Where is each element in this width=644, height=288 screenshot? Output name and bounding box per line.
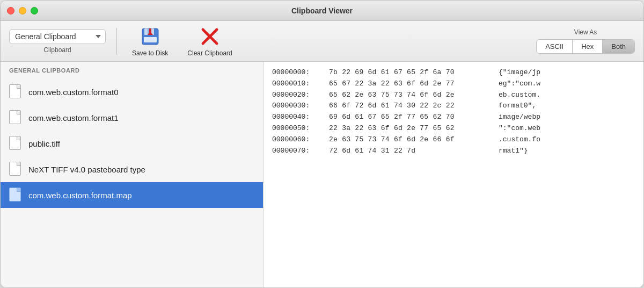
hex-address: 00000040: bbox=[272, 112, 320, 123]
sidebar: General Clipboard com.web.custom.format0… bbox=[1, 62, 264, 287]
main-content: General Clipboard com.web.custom.format0… bbox=[1, 62, 643, 287]
hex-address: 00000020: bbox=[272, 90, 320, 101]
hex-ascii: rmat1"} bbox=[499, 146, 528, 157]
titlebar: Clipboard Viewer bbox=[1, 1, 643, 21]
hex-row: 00000050:22 3a 22 63 6f 6d 2e 77 65 62":… bbox=[272, 123, 635, 134]
hex-row: 00000020:65 62 2e 63 75 73 74 6f 6d 2eeb… bbox=[272, 90, 635, 101]
clear-clipboard-label: Clear Clipboard bbox=[187, 49, 232, 57]
hex-viewer: 00000000:7b 22 69 6d 61 67 65 2f 6a 70{"… bbox=[264, 62, 643, 287]
hex-ascii: eg":"com.w bbox=[499, 78, 540, 90]
sidebar-header: General Clipboard bbox=[1, 62, 263, 77]
hex-address: 00000070: bbox=[272, 146, 320, 157]
svg-rect-5 bbox=[149, 28, 151, 34]
file-icon bbox=[9, 136, 22, 151]
list-item[interactable]: NeXT TIFF v4.0 pasteboard type bbox=[1, 156, 263, 182]
hex-ascii: format0", bbox=[499, 100, 536, 112]
view-both-button[interactable]: Both bbox=[603, 40, 634, 53]
hex-ascii: eb.custom. bbox=[499, 90, 540, 101]
hex-address: 00000030: bbox=[272, 100, 320, 112]
hex-ascii: image/webp bbox=[499, 112, 540, 123]
hex-ascii: {"image/jp bbox=[499, 67, 540, 78]
hex-row: 00000060:2e 63 75 73 74 6f 6d 2e 66 6f.c… bbox=[272, 134, 635, 146]
view-as-section: View As ASCII Hex Both bbox=[536, 28, 635, 54]
hex-bytes: 2e 63 75 73 74 6f 6d 2e 66 6f bbox=[329, 134, 490, 146]
item-name: NeXT TIFF v4.0 pasteboard type bbox=[28, 165, 145, 174]
hex-row: 00000010:65 67 22 3a 22 63 6f 6d 2e 77eg… bbox=[272, 78, 635, 90]
clipboard-select-wrapper: General Clipboard Clipboard bbox=[9, 29, 106, 54]
hex-bytes: 72 6d 61 74 31 22 7d bbox=[329, 146, 490, 157]
hex-bytes: 66 6f 72 6d 61 74 30 22 2c 22 bbox=[329, 100, 490, 112]
save-disk-icon bbox=[140, 26, 161, 47]
save-to-disk-button[interactable]: Save to Disk bbox=[128, 24, 172, 59]
view-as-buttons: ASCII Hex Both bbox=[536, 39, 635, 54]
hex-ascii: .custom.fo bbox=[499, 134, 540, 146]
list-item-active[interactable]: com.web.custom.format.map bbox=[1, 182, 263, 208]
clear-clipboard-button[interactable]: Clear Clipboard bbox=[183, 24, 236, 59]
hex-bytes: 22 3a 22 63 6f 6d 2e 77 65 62 bbox=[329, 123, 490, 134]
toolbar: General Clipboard Clipboard bbox=[1, 21, 643, 62]
item-name: com.web.custom.format.map bbox=[28, 191, 132, 200]
clipboard-viewer-window: Clipboard Viewer General Clipboard Clipb… bbox=[0, 0, 644, 288]
view-as-label: View As bbox=[574, 28, 597, 36]
hex-address: 00000000: bbox=[272, 67, 320, 78]
save-to-disk-label: Save to Disk bbox=[132, 49, 168, 57]
hex-bytes: 7b 22 69 6d 61 67 65 2f 6a 70 bbox=[329, 67, 490, 78]
toolbar-divider bbox=[116, 28, 117, 55]
file-icon bbox=[9, 84, 22, 99]
hex-row: 00000040:69 6d 61 67 65 2f 77 65 62 70im… bbox=[272, 112, 635, 123]
close-button[interactable] bbox=[7, 7, 14, 15]
item-name: com.web.custom.format0 bbox=[28, 88, 119, 97]
window-title: Clipboard Viewer bbox=[291, 6, 353, 15]
svg-rect-3 bbox=[144, 37, 157, 42]
view-hex-button[interactable]: Hex bbox=[573, 40, 603, 53]
clipboard-select[interactable]: General Clipboard bbox=[9, 29, 106, 44]
file-icon bbox=[9, 188, 22, 203]
item-name: com.web.custom.format1 bbox=[28, 113, 119, 123]
hex-bytes: 69 6d 61 67 65 2f 77 65 62 70 bbox=[329, 112, 490, 123]
list-item[interactable]: com.web.custom.format1 bbox=[1, 105, 263, 131]
hex-row: 00000000:7b 22 69 6d 61 67 65 2f 6a 70{"… bbox=[272, 67, 635, 78]
hex-address: 00000010: bbox=[272, 78, 320, 90]
window-controls bbox=[7, 7, 38, 15]
hex-row: 00000070:72 6d 61 74 31 22 7drmat1"} bbox=[272, 146, 635, 157]
list-item[interactable]: com.web.custom.format0 bbox=[1, 79, 263, 105]
hex-bytes: 65 67 22 3a 22 63 6f 6d 2e 77 bbox=[329, 78, 490, 90]
item-name: public.tiff bbox=[28, 139, 60, 148]
hex-row: 00000030:66 6f 72 6d 61 74 30 22 2c 22fo… bbox=[272, 100, 635, 112]
clear-clipboard-icon bbox=[199, 26, 221, 47]
clipboard-label: Clipboard bbox=[43, 46, 71, 54]
minimize-button[interactable] bbox=[19, 7, 26, 15]
hex-address: 00000060: bbox=[272, 134, 320, 146]
file-icon bbox=[9, 110, 22, 125]
maximize-button[interactable] bbox=[31, 7, 38, 15]
file-icon bbox=[9, 162, 22, 177]
view-ascii-button[interactable]: ASCII bbox=[537, 40, 573, 53]
hex-ascii: ":"com.web bbox=[499, 123, 540, 134]
sidebar-list: com.web.custom.format0 com.web.custom.fo… bbox=[1, 77, 263, 287]
list-item[interactable]: public.tiff bbox=[1, 131, 263, 156]
hex-address: 00000050: bbox=[272, 123, 320, 134]
hex-bytes: 65 62 2e 63 75 73 74 6f 6d 2e bbox=[329, 90, 490, 101]
